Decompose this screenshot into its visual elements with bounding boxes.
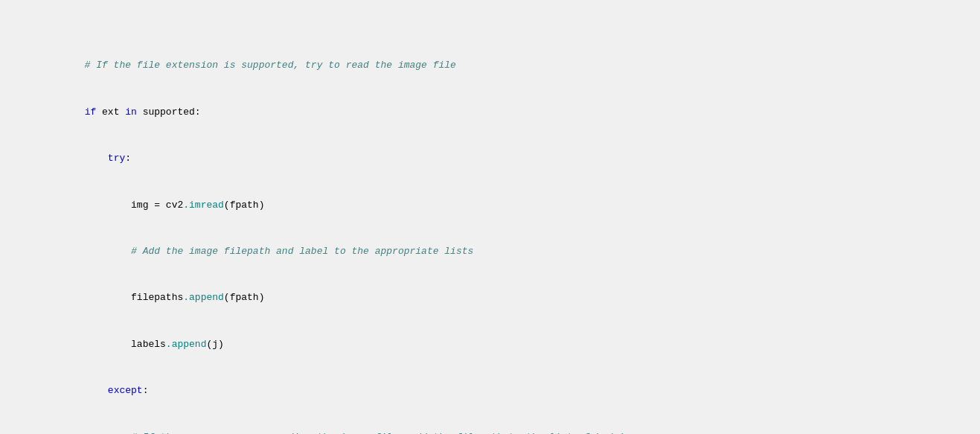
line-except: except: (15, 383, 965, 399)
code-container: # If the file extension is supported, tr… (0, 0, 980, 434)
line-img-imread: img = cv2.imread(fpath) (15, 198, 965, 214)
line-comment-add-image: # Add the image filepath and label to th… (15, 244, 965, 260)
line-try: try: (15, 151, 965, 167)
code-block: # If the file extension is supported, tr… (0, 12, 980, 434)
line-comment-error: # If there was an error reading the imag… (15, 430, 965, 434)
line-if-ext: if ext in supported: (15, 105, 965, 121)
line-comment-if-supported: # If the file extension is supported, tr… (15, 58, 965, 74)
line-labels-append: labels.append(j) (15, 337, 965, 353)
line-filepaths-append: filepaths.append(fpath) (15, 290, 965, 306)
